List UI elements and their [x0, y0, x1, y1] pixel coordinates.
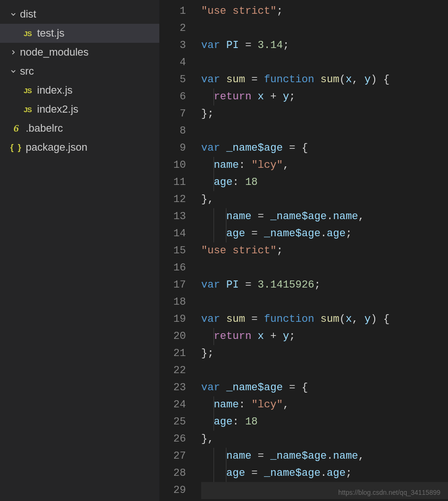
file-item[interactable]: 6.babelrc	[0, 119, 159, 138]
code-line[interactable]	[201, 362, 448, 379]
line-number: 9	[159, 140, 186, 157]
code-line[interactable]: age = _name$age.age;	[201, 225, 448, 242]
line-number: 5	[159, 71, 186, 88]
indent-guide	[214, 448, 214, 465]
line-number: 26	[159, 431, 186, 448]
chevron-down-icon[interactable]	[10, 10, 17, 18]
tree-item-label: dist	[20, 8, 36, 20]
code-line-text: return x + y;	[201, 91, 295, 103]
line-number: 20	[159, 328, 186, 345]
line-number: 13	[159, 208, 186, 225]
file-explorer[interactable]: distJStest.jsnode_modulessrcJSindex.jsJS…	[0, 0, 159, 501]
file-item[interactable]: JSindex.js	[0, 81, 159, 100]
indent-guide	[214, 414, 214, 431]
code-line-text: var PI = 3.1415926;	[201, 279, 321, 291]
tree-item-label: .babelrc	[26, 122, 63, 135]
folder-item[interactable]: dist	[0, 5, 159, 24]
line-number: 25	[159, 414, 186, 431]
indent-guide	[214, 88, 214, 106]
line-number: 3	[159, 37, 186, 54]
file-item[interactable]: { }package.json	[0, 138, 159, 157]
code-line[interactable]: };	[201, 106, 448, 123]
code-line[interactable]: return x + y;	[201, 88, 448, 106]
line-number: 14	[159, 225, 186, 242]
code-line[interactable]	[201, 294, 448, 311]
code-line-text: age = _name$age.age;	[201, 467, 352, 479]
line-number-gutter: 1234567891011121314151617181920212223242…	[159, 0, 201, 501]
indent-guide	[226, 448, 226, 465]
code-line[interactable]: },	[201, 431, 448, 448]
indent-guide	[214, 396, 214, 414]
line-number: 4	[159, 54, 186, 71]
code-line[interactable]: return x + y;	[201, 328, 448, 345]
code-line[interactable]: var _name$age = {	[201, 140, 448, 157]
indent-guide	[214, 328, 214, 345]
code-line-text: age: 18	[201, 176, 258, 188]
code-line[interactable]: var sum = function sum(x, y) {	[201, 71, 448, 88]
line-number: 8	[159, 123, 186, 140]
code-line-text: };	[201, 108, 214, 120]
chevron-down-icon[interactable]	[10, 67, 17, 75]
tree-item-label: package.json	[26, 141, 88, 154]
code-line[interactable]: name = _name$age.name,	[201, 448, 448, 465]
code-line[interactable]	[201, 123, 448, 140]
chevron-right-icon[interactable]	[10, 48, 17, 56]
code-line-text: age = _name$age.age;	[201, 228, 352, 240]
code-line-text: };	[201, 347, 214, 359]
js-file-icon: JS	[21, 106, 34, 114]
code-editor[interactable]: 1234567891011121314151617181920212223242…	[159, 0, 448, 501]
line-number: 1	[159, 3, 186, 20]
code-line-text: var _name$age = {	[201, 382, 308, 394]
line-number: 24	[159, 396, 186, 414]
code-line[interactable]	[201, 54, 448, 71]
code-line-text: "use strict";	[201, 5, 283, 17]
code-line[interactable]: var PI = 3.14;	[201, 37, 448, 54]
watermark-text: https://blog.csdn.net/qq_34115899	[338, 489, 440, 496]
code-line[interactable]: var _name$age = {	[201, 379, 448, 396]
json-file-icon: { }	[10, 143, 23, 153]
code-line[interactable]: };	[201, 345, 448, 362]
tree-item-label: src	[20, 65, 34, 77]
file-item[interactable]: JSindex2.js	[0, 100, 159, 119]
js-file-icon: JS	[21, 29, 34, 38]
code-line[interactable]: var sum = function sum(x, y) {	[201, 311, 448, 328]
line-number: 2	[159, 20, 186, 37]
line-number: 21	[159, 345, 186, 362]
babel-file-icon: 6	[10, 122, 23, 135]
indent-guide	[214, 465, 214, 482]
line-number: 23	[159, 379, 186, 396]
code-line[interactable]	[201, 260, 448, 277]
folder-item[interactable]: src	[0, 62, 159, 81]
code-line[interactable]	[201, 20, 448, 37]
line-number: 22	[159, 362, 186, 379]
indent-guide	[214, 208, 214, 225]
indent-guide	[226, 208, 226, 225]
line-number: 27	[159, 448, 186, 465]
code-line-text: age: 18	[201, 416, 258, 428]
indent-guide	[226, 225, 226, 242]
code-line[interactable]: age: 18	[201, 414, 448, 431]
line-number: 28	[159, 465, 186, 482]
line-number: 6	[159, 88, 186, 106]
code-line-text: var PI = 3.14;	[201, 39, 289, 51]
code-line[interactable]: age = _name$age.age;	[201, 465, 448, 482]
code-line-text: name: "lcy",	[201, 159, 289, 171]
code-line[interactable]: name: "lcy",	[201, 396, 448, 414]
code-content[interactable]: "use strict";var PI = 3.14;var sum = fun…	[201, 0, 448, 501]
js-file-icon: JS	[21, 87, 34, 95]
line-number: 18	[159, 294, 186, 311]
code-line[interactable]: },	[201, 191, 448, 208]
code-line-text: },	[201, 193, 214, 205]
file-item[interactable]: JStest.js	[0, 24, 159, 43]
code-line[interactable]: "use strict";	[201, 3, 448, 20]
code-line[interactable]: name = _name$age.name,	[201, 208, 448, 225]
code-line-text: var sum = function sum(x, y) {	[201, 74, 390, 86]
tree-item-label: node_modules	[20, 46, 88, 58]
code-line[interactable]: "use strict";	[201, 242, 448, 260]
folder-item[interactable]: node_modules	[0, 43, 159, 62]
code-line[interactable]: var PI = 3.1415926;	[201, 277, 448, 294]
tree-item-label: index.js	[37, 84, 73, 96]
code-line[interactable]: name: "lcy",	[201, 157, 448, 174]
code-line[interactable]: age: 18	[201, 174, 448, 191]
line-number: 11	[159, 174, 186, 191]
